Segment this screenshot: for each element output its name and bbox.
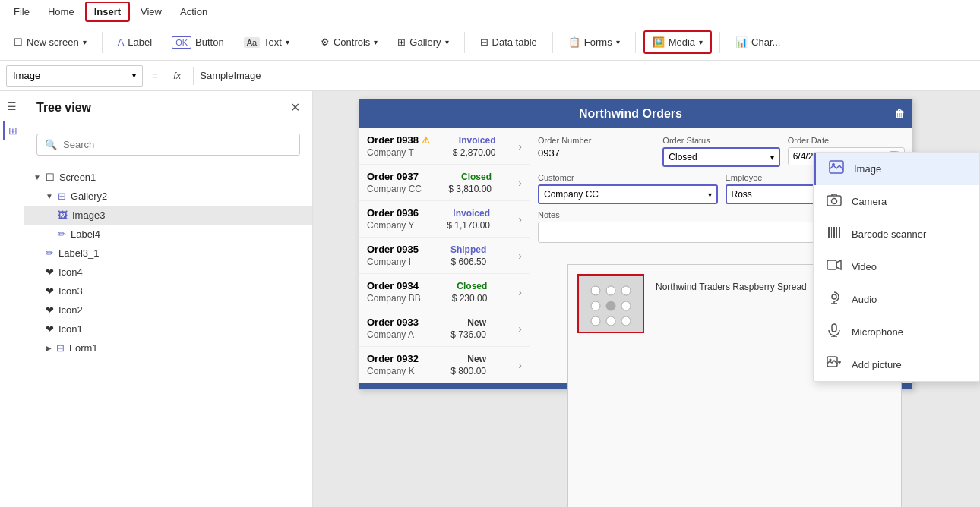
- barcode-menu-icon: [826, 225, 842, 243]
- dropdown-item-audio[interactable]: Audio: [814, 283, 979, 316]
- svg-rect-15: [833, 227, 835, 238]
- camera-menu-icon: [826, 193, 842, 210]
- text-chevron-icon: ▾: [286, 38, 289, 46]
- collapse-screen1-icon[interactable]: ▼: [33, 173, 41, 181]
- chevron-0934-icon: ›: [518, 286, 522, 298]
- layers-icon[interactable]: ⊞: [3, 121, 21, 140]
- order-status-select[interactable]: Closed ▾: [662, 147, 779, 167]
- forms-button[interactable]: 📋 Forms ▾: [561, 32, 628, 52]
- datatable-button[interactable]: ⊟ Data table: [473, 32, 545, 52]
- svg-point-5: [621, 301, 631, 310]
- order-item-0937[interactable]: Order 0937 Company CC Closed $ 3,810.00 …: [359, 165, 530, 201]
- northwind-header: Northwind Orders 🗑: [359, 99, 912, 128]
- dropdown-item-image[interactable]: Image: [814, 153, 979, 185]
- customer-chevron-icon: ▾: [708, 191, 712, 199]
- separator2: [305, 32, 305, 53]
- gallery2-label: Gallery2: [71, 191, 303, 202]
- menu-insert[interactable]: Insert: [85, 2, 130, 22]
- new-screen-button[interactable]: ☐ New screen ▾: [6, 32, 94, 52]
- chevron-0936-icon: ›: [518, 213, 522, 225]
- svg-rect-13: [828, 227, 830, 238]
- tree-item-screen1[interactable]: ▼ ☐ Screen1: [24, 168, 312, 187]
- label3-1-label: Label3_1: [58, 247, 303, 259]
- menu-home[interactable]: Home: [40, 3, 82, 20]
- formula-input[interactable]: [200, 65, 974, 87]
- toolbar: ☐ New screen ▾ A Label OK Button Aa Text…: [0, 24, 980, 61]
- addpicture-menu-icon: [826, 356, 842, 373]
- svg-rect-14: [831, 227, 832, 238]
- chevron-0937-icon: ›: [518, 177, 522, 189]
- fx-symbol: fx: [167, 70, 187, 81]
- menu-view[interactable]: View: [133, 3, 169, 20]
- camera-menu-label: Camera: [852, 196, 887, 207]
- tree-item-icon4[interactable]: ❤ Icon4: [24, 263, 312, 282]
- order-item-0934[interactable]: Order 0934 Company BB Closed $ 230.00 ›: [359, 274, 530, 310]
- tree-close-button[interactable]: ✕: [290, 100, 300, 115]
- tree-item-icon1[interactable]: ❤ Icon1: [24, 320, 312, 339]
- main-layout: ☰ ⊞ Tree view ✕ 🔍 ▼ ☐ Screen1 ▼ ⊞ Galler…: [0, 91, 980, 507]
- order-item-0936[interactable]: Order 0936 Company Y Invoiced $ 1,170.00…: [359, 201, 530, 238]
- tree-item-icon2[interactable]: ❤ Icon2: [24, 301, 312, 320]
- hamburger-icon[interactable]: ☰: [3, 97, 21, 115]
- gallery-button[interactable]: ⊞ Gallery ▾: [390, 32, 456, 52]
- search-box[interactable]: 🔍: [36, 134, 300, 156]
- order-item-0938[interactable]: Order 0938 ⚠ Company T Invoiced $ 2,870.…: [359, 128, 530, 165]
- tree-item-gallery2[interactable]: ▼ ⊞ Gallery2: [24, 187, 312, 206]
- menu-file[interactable]: File: [6, 3, 37, 20]
- collapse-gallery2-icon[interactable]: ▼: [46, 192, 53, 200]
- tree-item-label4[interactable]: ✏ Label4: [24, 225, 312, 244]
- chevron-0932-icon: ›: [518, 359, 522, 371]
- dropdown-item-microphone[interactable]: Microphone: [814, 316, 979, 348]
- svg-rect-18: [827, 260, 836, 269]
- label-button[interactable]: A Label: [110, 32, 160, 52]
- image-placeholder-svg: [584, 279, 637, 329]
- order-item-0932[interactable]: Order 0932 Company K New $ 800.00 ›: [359, 347, 530, 383]
- charts-button[interactable]: 📊 Char...: [728, 32, 788, 52]
- order-item-0933[interactable]: Order 0933 Company A New $ 736.00 ›: [359, 310, 530, 347]
- controls-button[interactable]: ⚙ Controls ▾: [313, 32, 385, 52]
- text-button[interactable]: Aa Text ▾: [236, 32, 297, 52]
- menu-action[interactable]: Action: [172, 3, 215, 20]
- icon3-icon: ❤: [46, 285, 54, 297]
- microphone-menu-label: Microphone: [852, 326, 903, 338]
- selected-image[interactable]: [577, 274, 644, 333]
- tree-panel: Tree view ✕ 🔍 ▼ ☐ Screen1 ▼ ⊞ Gallery2 🖼: [24, 91, 313, 507]
- tree-item-image3[interactable]: 🖼 Image3: [24, 206, 312, 225]
- search-input[interactable]: [63, 139, 292, 150]
- forms-chevron-icon: ▾: [616, 38, 620, 46]
- separator: [102, 32, 103, 53]
- dropdown-item-video[interactable]: Video: [814, 250, 979, 283]
- svg-point-4: [606, 301, 615, 310]
- tree-item-form1[interactable]: ▶ ⊟ Form1: [24, 339, 312, 357]
- video-menu-icon: [826, 258, 842, 276]
- tree-item-icon3[interactable]: ❤ Icon3: [24, 282, 312, 301]
- customer-select[interactable]: Company CC ▾: [538, 184, 718, 204]
- controls-icon: ⚙: [321, 36, 330, 48]
- dropdown-item-camera[interactable]: Camera: [814, 185, 979, 218]
- label-icon: A: [118, 36, 125, 48]
- expand-form1-icon[interactable]: ▶: [46, 344, 52, 352]
- element-selector[interactable]: Image ▾: [6, 65, 143, 87]
- media-icon: 🖼️: [653, 36, 665, 48]
- form1-icon: ⊟: [56, 342, 65, 354]
- menu-bar: File Home Insert View Action: [0, 0, 980, 24]
- image-menu-icon: [828, 160, 845, 178]
- addpicture-menu-label: Add picture: [852, 359, 902, 370]
- form1-label: Form1: [69, 342, 303, 354]
- tree-item-label3-1[interactable]: ✏ Label3_1: [24, 244, 312, 263]
- svg-point-29: [830, 359, 832, 361]
- chevron-0935-icon: ›: [518, 250, 522, 262]
- media-button[interactable]: 🖼️ Media ▾: [643, 30, 712, 54]
- button-button[interactable]: OK Button: [164, 32, 232, 53]
- dropdown-item-addpicture[interactable]: Add picture: [814, 348, 979, 381]
- dropdown-item-barcode[interactable]: Barcode scanner: [814, 218, 979, 250]
- charts-icon: 📊: [735, 36, 748, 48]
- label4-icon: ✏: [58, 228, 66, 240]
- trash-icon[interactable]: 🗑: [894, 108, 905, 120]
- icon1-icon: ❤: [46, 323, 54, 335]
- separator3: [464, 32, 465, 53]
- order-item-0935[interactable]: Order 0935 Company I Shipped $ 606.50 ›: [359, 238, 530, 274]
- svg-rect-17: [839, 227, 840, 238]
- new-screen-icon: ☐: [14, 36, 23, 48]
- chevron-0938-icon: ›: [518, 140, 522, 153]
